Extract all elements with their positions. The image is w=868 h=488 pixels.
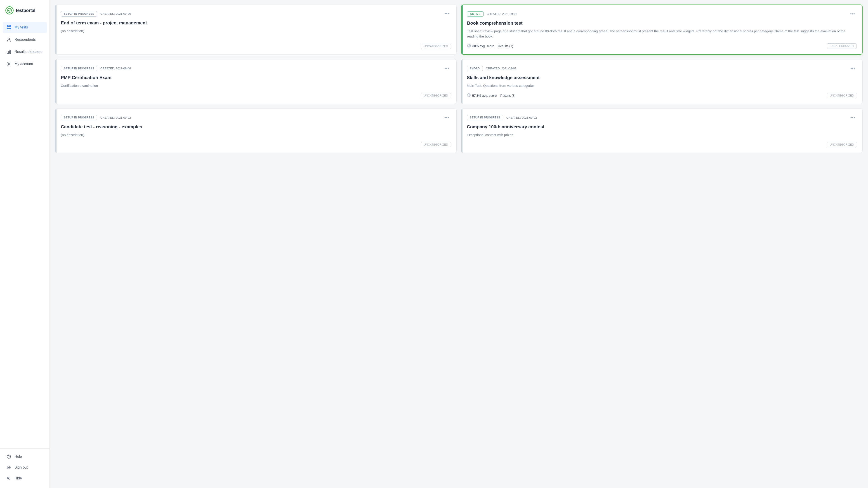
card-title-3: PMP Certification Exam [61, 74, 451, 81]
gear-icon [6, 61, 11, 66]
card-menu-button-6[interactable]: ••• [848, 114, 857, 121]
card-header-2: ACTIVE CREATED: 2021-09-06 ••• [467, 10, 857, 18]
test-card-6[interactable]: SETUP IN PROGRESS CREATED: 2021-09-02 ••… [461, 109, 863, 153]
sidebar-item-results-database[interactable]: Results database [3, 46, 47, 57]
status-badge-1: SETUP IN PROGRESS [61, 11, 97, 17]
card-accent-1 [55, 5, 57, 55]
avg-score-2: 80% avg. score [467, 43, 494, 49]
svg-point-7 [8, 457, 9, 458]
svg-point-1 [8, 38, 10, 40]
card-header-6: SETUP IN PROGRESS CREATED: 2021-09-02 ••… [467, 114, 857, 121]
sidebar-label-my-tests: My tests [14, 25, 28, 29]
card-description-1: (no description) [61, 29, 451, 39]
avg-score-value-2: 80% avg. score [472, 44, 494, 48]
pie-chart-icon-4 [467, 93, 471, 98]
created-date-6: CREATED: 2021-09-02 [506, 116, 537, 119]
created-date-4: CREATED: 2021-09-03 [486, 67, 517, 70]
sidebar-label-respondents: Respondents [14, 37, 36, 41]
category-badge-4: UNCATEGORIZED [827, 93, 857, 98]
created-date-2: CREATED: 2021-09-06 [487, 12, 517, 16]
status-badge-4: ENDED [467, 66, 483, 71]
card-footer-1: UNCATEGORIZED [61, 43, 451, 49]
card-menu-button-5[interactable]: ••• [442, 114, 451, 121]
card-description-2: Test sheet review page of a student that… [467, 29, 857, 39]
card-header-1: SETUP IN PROGRESS CREATED: 2021-09-06 ••… [61, 10, 451, 17]
sidebar-label-my-account: My account [14, 62, 33, 66]
sidebar-item-help[interactable]: Help [3, 451, 47, 462]
sidebar-hide-button[interactable]: Hide [3, 473, 47, 484]
question-icon [6, 454, 11, 459]
created-date-3: CREATED: 2021-09-06 [100, 67, 131, 70]
sidebar-bottom: Help Sign out Hide [0, 449, 50, 488]
sidebar-item-respondents[interactable]: Respondents [3, 34, 47, 45]
category-badge-6: UNCATEGORIZED [827, 142, 857, 147]
results-link-2[interactable]: Results (1) [498, 44, 513, 48]
category-badge-5: UNCATEGORIZED [421, 142, 451, 147]
card-footer-3: UNCATEGORIZED [61, 93, 451, 98]
main-content: SETUP IN PROGRESS CREATED: 2021-09-06 ••… [50, 0, 868, 488]
card-menu-button-3[interactable]: ••• [442, 65, 451, 72]
card-accent-5 [55, 109, 57, 153]
svg-point-5 [8, 63, 9, 65]
sidebar-label-results-database: Results database [14, 50, 42, 54]
svg-rect-4 [10, 50, 11, 54]
card-description-6: Exceptional contest with prizes. [467, 132, 857, 138]
card-description-4: Main Test. Questions from various catego… [467, 83, 857, 88]
test-card-3[interactable]: SETUP IN PROGRESS CREATED: 2021-09-06 ••… [55, 59, 457, 104]
card-accent-6 [461, 109, 463, 153]
chevron-left-icon [6, 476, 11, 481]
test-card-2[interactable]: ACTIVE CREATED: 2021-09-06 ••• Book comp… [461, 4, 863, 55]
sidebar-item-my-account[interactable]: My account [3, 58, 47, 70]
card-description-3: Certification examination [61, 83, 451, 88]
sidebar-label-sign-out: Sign out [14, 465, 28, 469]
sidebar-hide-label: Hide [14, 476, 22, 480]
card-header-4: ENDED CREATED: 2021-09-03 ••• [467, 65, 857, 72]
status-badge-2: ACTIVE [467, 11, 484, 17]
logo[interactable]: testportal [0, 0, 50, 22]
grid-icon [6, 25, 11, 30]
test-card-5[interactable]: SETUP IN PROGRESS CREATED: 2021-09-02 ••… [55, 109, 457, 153]
card-footer-4: 57,3% avg. score Results (8) UNCATEGORIZ… [467, 93, 857, 98]
chart-icon [6, 49, 11, 54]
status-badge-5: SETUP IN PROGRESS [61, 115, 97, 120]
created-date-5: CREATED: 2021-09-02 [100, 116, 131, 119]
card-menu-button-2[interactable]: ••• [848, 10, 857, 18]
card-accent-2 [462, 5, 463, 54]
test-card-1[interactable]: SETUP IN PROGRESS CREATED: 2021-09-06 ••… [55, 4, 457, 55]
person-icon [6, 37, 11, 42]
category-badge-3: UNCATEGORIZED [421, 93, 451, 98]
card-description-5: (no description) [61, 132, 451, 138]
sidebar-item-sign-out[interactable]: Sign out [3, 462, 47, 472]
status-badge-3: SETUP IN PROGRESS [61, 66, 97, 71]
sidebar: testportal My tests Respondents [0, 0, 50, 488]
card-title-6: Company 100th anniversary contest [467, 124, 857, 130]
status-badge-6: SETUP IN PROGRESS [467, 115, 503, 120]
logo-icon [5, 6, 13, 14]
card-title-1: End of term exam - project management [61, 20, 451, 26]
svg-rect-2 [7, 52, 8, 54]
avg-score-4: 57,3% avg. score [467, 93, 497, 98]
test-card-4[interactable]: ENDED CREATED: 2021-09-03 ••• Skills and… [461, 59, 863, 104]
card-footer-5: UNCATEGORIZED [61, 142, 451, 147]
svg-point-0 [7, 8, 11, 12]
card-footer-2: 80% avg. score Results (1) UNCATEGORIZED [467, 43, 857, 49]
card-menu-button-1[interactable]: ••• [442, 10, 451, 17]
avg-score-value-4: 57,3% avg. score [472, 94, 497, 97]
card-accent-3 [55, 59, 57, 104]
category-badge-2: UNCATEGORIZED [827, 43, 857, 49]
card-footer-6: UNCATEGORIZED [467, 142, 857, 147]
sidebar-item-my-tests[interactable]: My tests [3, 22, 47, 33]
card-menu-button-4[interactable]: ••• [848, 65, 857, 72]
card-title-4: Skills and knowledge assessment [467, 74, 857, 81]
pie-chart-icon-2 [467, 43, 471, 49]
category-badge-1: UNCATEGORIZED [421, 43, 451, 49]
cards-grid: SETUP IN PROGRESS CREATED: 2021-09-06 ••… [55, 4, 863, 153]
sidebar-nav: My tests Respondents Results database [0, 22, 50, 449]
sign-out-icon [6, 465, 11, 470]
card-header-3: SETUP IN PROGRESS CREATED: 2021-09-06 ••… [61, 65, 451, 72]
card-header-5: SETUP IN PROGRESS CREATED: 2021-09-02 ••… [61, 114, 451, 121]
card-title-5: Candidate test - reasoning - examples [61, 124, 451, 130]
svg-rect-3 [8, 51, 9, 54]
card-title-2: Book comprehension test [467, 20, 857, 26]
results-link-4[interactable]: Results (8) [500, 94, 516, 97]
